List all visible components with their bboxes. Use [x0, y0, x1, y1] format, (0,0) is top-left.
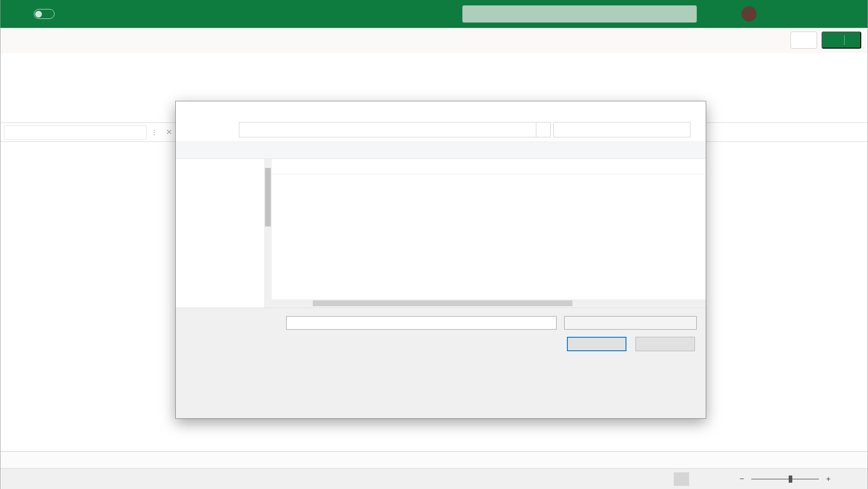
- back-button[interactable]: [184, 123, 196, 136]
- close-button[interactable]: [842, 0, 868, 28]
- new-sheet-button[interactable]: [44, 452, 62, 468]
- scroll-sheets-left-icon[interactable]: [13, 457, 19, 463]
- comment-icon: [798, 36, 806, 44]
- accessibility-icon: [35, 475, 43, 483]
- dialog-close-button[interactable]: [683, 101, 706, 118]
- change-view-icon[interactable]: [652, 145, 661, 154]
- autosave-toggle[interactable]: [34, 9, 55, 19]
- redo-chevron-icon[interactable]: [119, 12, 123, 16]
- undo-chevron-icon[interactable]: [95, 12, 100, 16]
- sheet-tab-bar: [0, 451, 868, 468]
- forward-arrow-icon: [199, 126, 207, 134]
- scrollbar-thumb[interactable]: [313, 300, 572, 306]
- maximize-icon: [826, 10, 834, 18]
- up-button[interactable]: [222, 123, 234, 136]
- chevron-down-icon[interactable]: [136, 129, 142, 135]
- dialog-nav-bar: [176, 118, 706, 141]
- name-box[interactable]: [4, 125, 146, 140]
- document-title: [253, 0, 272, 28]
- refresh-icon: [539, 126, 547, 134]
- excel-window: ⋮ ✕ − +: [0, 0, 868, 489]
- excel-logo-icon: [181, 105, 190, 114]
- chevron-down-icon: [213, 127, 218, 132]
- undo-icon[interactable]: [83, 10, 91, 18]
- formula-bar-handle[interactable]: ⋮: [151, 128, 158, 136]
- page-break-icon: [721, 475, 729, 483]
- back-arrow-icon: [186, 126, 195, 134]
- zoom-out-button[interactable]: −: [739, 475, 745, 484]
- scroll-right-icon[interactable]: [698, 300, 706, 308]
- toggle-knob: [35, 11, 42, 18]
- chevron-down-icon: [522, 339, 526, 343]
- close-icon: [691, 107, 698, 113]
- dialog-search-box[interactable]: [553, 122, 690, 137]
- normal-view-icon: [677, 475, 686, 483]
- sort-ascending-icon[interactable]: [384, 159, 389, 163]
- refresh-button[interactable]: [536, 122, 551, 137]
- address-bar[interactable]: [239, 122, 536, 137]
- normal-view-button[interactable]: [674, 472, 689, 486]
- open-button[interactable]: [567, 337, 626, 351]
- ideas-button[interactable]: [767, 0, 792, 28]
- freigeben-button[interactable]: [822, 32, 861, 49]
- kommentare-button[interactable]: [790, 32, 817, 49]
- titlebar: [0, 0, 868, 28]
- maximize-button[interactable]: [817, 0, 842, 28]
- zoom-in-button[interactable]: +: [825, 475, 831, 484]
- filetype-select[interactable]: [564, 316, 697, 330]
- redo-icon[interactable]: [107, 10, 115, 18]
- zoom-slider[interactable]: [751, 479, 819, 480]
- horizontal-scrollbar[interactable]: [272, 299, 706, 308]
- button-divider: [844, 35, 845, 45]
- recent-locations-button[interactable]: [209, 123, 222, 136]
- resize-grip[interactable]: [699, 411, 705, 417]
- scroll-left-icon[interactable]: [272, 300, 279, 308]
- status-bar: − +: [0, 468, 868, 489]
- accessibility-checker[interactable]: [35, 475, 46, 483]
- page-layout-view-button[interactable]: [695, 472, 711, 486]
- scroll-sheets-right-icon[interactable]: [29, 457, 35, 463]
- ribbon-tab-row: [0, 28, 868, 53]
- open-file-dialog: [175, 101, 706, 419]
- preview-pane-icon[interactable]: [671, 145, 679, 154]
- chevron-down-icon[interactable]: [266, 11, 272, 17]
- search-icon: [678, 126, 685, 133]
- expand-formula-bar-icon[interactable]: [855, 129, 861, 136]
- share-icon: [829, 36, 836, 44]
- up-arrow-icon: [224, 126, 233, 134]
- scroll-up-icon[interactable]: [264, 159, 272, 167]
- page-layout-icon: [699, 475, 708, 483]
- address-dropdown-icon[interactable]: [529, 127, 534, 132]
- chevron-down-icon[interactable]: [547, 320, 553, 326]
- lightbulb-icon: [776, 10, 783, 18]
- chevron-down-icon: [687, 320, 693, 326]
- search-icon: [471, 10, 478, 18]
- dialog-toolbar: [176, 141, 706, 159]
- folder-icon: [243, 126, 251, 134]
- scrollbar-thumb[interactable]: [265, 168, 271, 226]
- customize-toolbar-icon[interactable]: [131, 10, 139, 18]
- forward-button[interactable]: [196, 123, 209, 136]
- cancel-entry-icon[interactable]: ✕: [166, 127, 172, 137]
- organize-button[interactable]: [184, 148, 192, 152]
- cancel-button[interactable]: [635, 337, 695, 351]
- chevron-down-icon: [187, 148, 192, 152]
- search-box[interactable]: [462, 5, 697, 23]
- help-icon[interactable]: [689, 145, 698, 154]
- tools-button[interactable]: [517, 339, 526, 343]
- minimize-icon: [801, 10, 809, 18]
- chevron-down-icon[interactable]: [849, 38, 854, 43]
- quick-access-toolbar: [0, 8, 139, 20]
- close-icon: [851, 10, 859, 18]
- save-icon[interactable]: [67, 10, 76, 18]
- avatar[interactable]: [741, 6, 757, 22]
- macro-record-icon[interactable]: [18, 475, 26, 483]
- filename-input[interactable]: [286, 316, 557, 330]
- collapse-ribbon-icon[interactable]: [847, 111, 854, 118]
- dialog-footer: [176, 308, 706, 418]
- page-break-view-button[interactable]: [717, 472, 732, 486]
- autosave-control: [30, 9, 55, 19]
- excel-logo-icon: [11, 8, 24, 20]
- minimize-button[interactable]: [792, 0, 817, 28]
- zoom-slider-thumb[interactable]: [789, 475, 792, 483]
